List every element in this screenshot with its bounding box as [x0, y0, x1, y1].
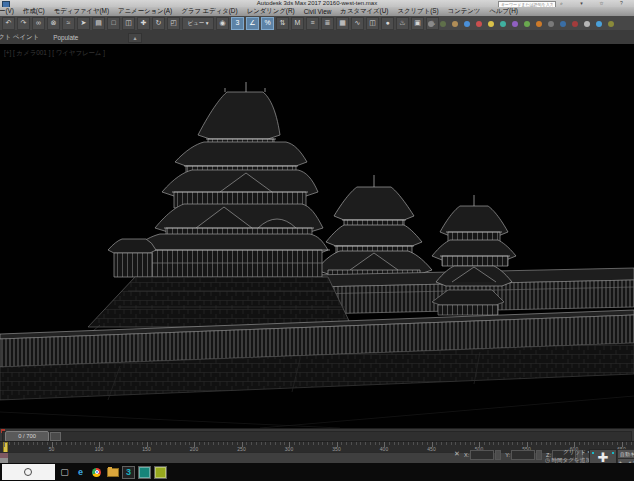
use-center-icon[interactable]: ◉ — [216, 17, 229, 30]
script-dot-icon-13[interactable] — [584, 21, 590, 27]
cortana-search-box[interactable] — [2, 464, 55, 480]
script-dot-icon-4[interactable] — [476, 21, 482, 27]
spinner-snap-icon[interactable]: ⇅ — [276, 17, 289, 30]
menu-item-0[interactable]: ビュー(V) — [0, 7, 14, 16]
script-dot-icon-9[interactable] — [536, 21, 542, 27]
image-viewer-2-icon[interactable] — [154, 466, 167, 479]
script-dot-icon-2[interactable] — [452, 21, 458, 27]
3dsmax-window: Autodesk 3ds Max 2017 20160-west-ten.max… — [0, 0, 634, 481]
time-slider-row: 0 / 700 — [0, 428, 634, 442]
ribbon-tab-1[interactable]: Populate — [53, 34, 78, 41]
viewport-label[interactable]: [+] [ カメラ001 ] [ ワイヤフレーム ] — [4, 49, 105, 58]
coord-input-0[interactable] — [470, 450, 494, 460]
script-dot-icon-10[interactable] — [548, 21, 554, 27]
cortana-icon — [24, 468, 32, 476]
menu-item-1[interactable]: 作成(C) — [23, 7, 45, 16]
select-link-icon[interactable]: ∞ — [32, 17, 45, 30]
script-dot-icon-6[interactable] — [500, 21, 506, 27]
align-icon[interactable]: ≡ — [306, 17, 319, 30]
selection-region-icon[interactable]: □ — [107, 17, 120, 30]
script-dot-icon-11[interactable] — [560, 21, 566, 27]
curve-editor-icon[interactable]: ∿ — [351, 17, 364, 30]
menu-item-7[interactable]: カスタマイズ(U) — [340, 7, 388, 16]
window-crossing-icon[interactable]: ◫ — [122, 17, 135, 30]
layer-manager-icon[interactable]: ≣ — [321, 17, 334, 30]
coord-label-0: X: — [464, 452, 469, 458]
selection-lock-icon[interactable]: ✕ — [452, 449, 462, 459]
material-editor-icon[interactable]: ● — [381, 17, 394, 30]
3dsmax-icon[interactable]: 3 — [122, 466, 135, 479]
redo-icon[interactable]: ↷ — [17, 17, 30, 30]
select-object-icon[interactable]: ➤ — [77, 17, 90, 30]
ribbon-bar: オブジェクト ペイントPopulate ▴ — [0, 30, 634, 45]
task-view-icon[interactable]: ▢ — [58, 466, 71, 479]
ribbon-collapse-icon[interactable]: ▴ — [128, 33, 142, 43]
ribbon-toggle-icon[interactable]: ▦ — [336, 17, 349, 30]
help-icon[interactable]: ? — [617, 0, 626, 7]
menu-item-3[interactable]: アニメーション(A) — [118, 7, 172, 16]
favorites-icon[interactable]: ☆ — [597, 0, 606, 7]
angle-snap-icon[interactable]: ∠ — [246, 17, 259, 30]
script-dot-icon-7[interactable] — [512, 21, 518, 27]
mirror-icon[interactable]: M — [291, 17, 304, 30]
menu-item-9[interactable]: コンテンツ — [448, 7, 481, 16]
windows-taskbar: ▢e3 — [0, 463, 634, 481]
file-explorer-icon[interactable] — [106, 466, 119, 479]
castle-wireframe — [0, 44, 634, 428]
menu-item-2[interactable]: モディファイヤ(M) — [54, 7, 109, 16]
render-setup-icon[interactable]: ♨ — [396, 17, 409, 30]
select-scale-icon[interactable]: ◰ — [167, 17, 180, 30]
schematic-view-icon[interactable]: ◫ — [366, 17, 379, 30]
script-dot-icon-5[interactable] — [488, 21, 494, 27]
script-dot-icon-14[interactable] — [596, 21, 602, 27]
menu-item-8[interactable]: スクリプト(S) — [397, 7, 438, 16]
coord-input-1[interactable] — [511, 450, 535, 460]
custom-scripts-toolbar — [428, 18, 614, 29]
select-rotate-icon[interactable]: ↻ — [152, 17, 165, 30]
coord-spinner-0[interactable] — [495, 450, 501, 460]
select-by-name-icon[interactable]: ▤ — [92, 17, 105, 30]
script-dot-icon-8[interactable] — [524, 21, 530, 27]
menu-item-10[interactable]: ヘルプ(H) — [489, 7, 518, 16]
viewport[interactable]: [+] [ カメラ001 ] [ ワイヤフレーム ] — [0, 44, 634, 428]
script-dot-icon-15[interactable] — [608, 21, 614, 27]
coord-group-x: X: — [464, 450, 501, 460]
script-dot-icon-0[interactable] — [428, 21, 434, 27]
title-bar: Autodesk 3ds Max 2017 20160-west-ten.max… — [0, 0, 634, 7]
script-dot-icon-12[interactable] — [572, 21, 578, 27]
bind-spacewarp-icon[interactable]: ≈ — [62, 17, 75, 30]
menu-item-6[interactable]: Civil View — [304, 8, 332, 15]
coord-label-1: Y: — [505, 452, 510, 458]
infocenter-search-icon[interactable]: ⌕ — [557, 0, 566, 7]
snaps-toggle-icon[interactable]: 3 — [231, 17, 244, 30]
coord-spinner-1[interactable] — [536, 450, 542, 460]
script-dot-icon-3[interactable] — [464, 21, 470, 27]
ribbon-tab-0[interactable]: オブジェクト ペイント — [0, 33, 39, 42]
unlink-icon[interactable]: ⊗ — [47, 17, 60, 30]
chrome-icon[interactable] — [90, 466, 103, 479]
communication-center-icon[interactable]: ▾ — [577, 0, 586, 7]
rendered-frame-icon[interactable]: ▣ — [411, 17, 424, 30]
time-slider-nudge-button[interactable] — [50, 432, 61, 441]
menu-item-5[interactable]: レンダリング(R) — [247, 7, 295, 16]
edge-icon[interactable]: e — [74, 466, 87, 479]
select-move-icon[interactable]: ✚ — [137, 17, 150, 30]
percent-snap-icon[interactable]: % — [261, 17, 274, 30]
undo-icon[interactable]: ↶ — [2, 17, 15, 30]
menu-item-4[interactable]: グラフ エディタ(D) — [181, 7, 237, 16]
image-viewer-icon[interactable] — [138, 466, 151, 479]
ref-coord-dropdown[interactable]: ビュー ▾ — [182, 17, 214, 30]
main-toolbar: ↶↷∞⊗≈➤▤□◫✚↻◰ビュー ▾◉3∠%⇅M≡≣▦∿◫●♨▣♨ — [0, 16, 634, 31]
script-dot-icon-1[interactable] — [440, 21, 446, 27]
coord-group-y: Y: — [505, 450, 542, 460]
